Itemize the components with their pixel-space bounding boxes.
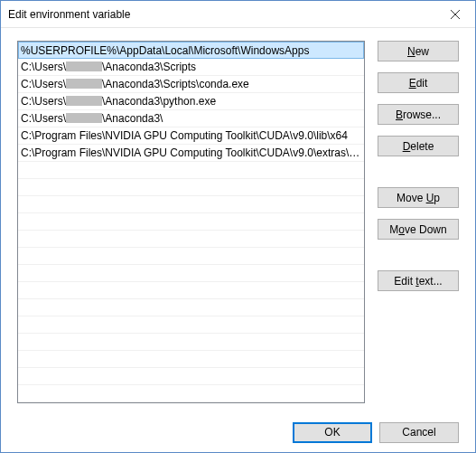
edit-text-button[interactable]: Edit text... <box>378 270 459 291</box>
list-item[interactable] <box>18 179 364 196</box>
edit-env-var-dialog: Edit environment variable %USERPROFILE%\… <box>0 0 476 453</box>
list-item[interactable] <box>18 265 364 282</box>
side-buttons: New Edit Browse... Delete Move Up Move D… <box>378 41 459 403</box>
new-button[interactable]: New <box>378 41 459 61</box>
list-item[interactable] <box>18 248 364 265</box>
list-item[interactable]: C:\Program Files\NVIDIA GPU Computing To… <box>18 127 364 145</box>
list-item[interactable] <box>18 334 364 351</box>
list-item[interactable]: C:\Users\\Anaconda3\Scripts <box>18 59 364 76</box>
content-area: %USERPROFILE%\AppData\Local\Microsoft\Wi… <box>1 28 475 412</box>
browse-button[interactable]: Browse... <box>378 104 459 125</box>
redacted-segment <box>66 96 102 106</box>
redacted-segment <box>66 79 102 89</box>
move-down-button[interactable]: Move Down <box>378 219 459 240</box>
list-item[interactable] <box>18 299 364 316</box>
window-title: Edit environment variable <box>8 8 434 21</box>
list-item[interactable] <box>18 196 364 213</box>
list-item[interactable] <box>18 351 364 368</box>
list-item[interactable]: C:\Users\\Anaconda3\Scripts\conda.exe <box>18 76 364 93</box>
list-item[interactable]: %USERPROFILE%\AppData\Local\Microsoft\Wi… <box>18 42 364 59</box>
titlebar: Edit environment variable <box>1 1 475 28</box>
list-item[interactable] <box>18 213 364 231</box>
list-item[interactable] <box>18 231 364 248</box>
close-button[interactable] <box>434 1 475 27</box>
delete-button[interactable]: Delete <box>378 136 459 156</box>
redacted-segment <box>66 61 102 71</box>
list-item[interactable] <box>18 162 364 179</box>
redacted-segment <box>66 113 102 123</box>
list-item[interactable] <box>18 316 364 334</box>
edit-button[interactable]: Edit <box>378 72 459 93</box>
ok-button[interactable]: OK <box>293 422 372 443</box>
list-item[interactable] <box>18 368 364 385</box>
list-item[interactable] <box>18 282 364 299</box>
path-listbox[interactable]: %USERPROFILE%\AppData\Local\Microsoft\Wi… <box>17 41 365 403</box>
move-up-button[interactable]: Move Up <box>378 187 459 208</box>
list-item[interactable]: C:\Users\\Anaconda3\python.exe <box>18 93 364 110</box>
dialog-footer: OK Cancel <box>1 412 475 452</box>
list-item[interactable] <box>18 385 364 402</box>
list-item[interactable]: C:\Program Files\NVIDIA GPU Computing To… <box>18 145 364 162</box>
list-item[interactable]: C:\Users\\Anaconda3\ <box>18 110 364 127</box>
close-icon <box>451 10 460 19</box>
cancel-button[interactable]: Cancel <box>379 422 459 443</box>
